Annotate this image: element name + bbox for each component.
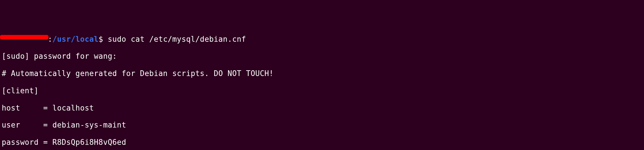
prompt-path: /usr/local — [53, 35, 99, 43]
output-comment: # Automatically generated for Debian scr… — [2, 69, 642, 78]
typed-command: sudo cat /etc/mysql/debian.cnf — [108, 35, 246, 43]
output-client-host: host = localhost — [2, 104, 642, 113]
prompt-dollar: $ — [98, 35, 103, 43]
prompt-line[interactable]: xxxxxxxxxx:/usr/local$ sudo cat /etc/mys… — [2, 35, 642, 44]
prompt-colon: : — [48, 35, 53, 43]
redacted-user-host: xxxxxxxxxx — [2, 35, 48, 44]
output-client-user: user = debian-sys-maint — [2, 121, 642, 130]
sudo-password-prompt: [sudo] password for wang: — [2, 52, 642, 61]
output-section-client: [client] — [2, 87, 642, 95]
output-client-password: password = R8DsQp6i8H8vQ6ed — [2, 138, 642, 147]
